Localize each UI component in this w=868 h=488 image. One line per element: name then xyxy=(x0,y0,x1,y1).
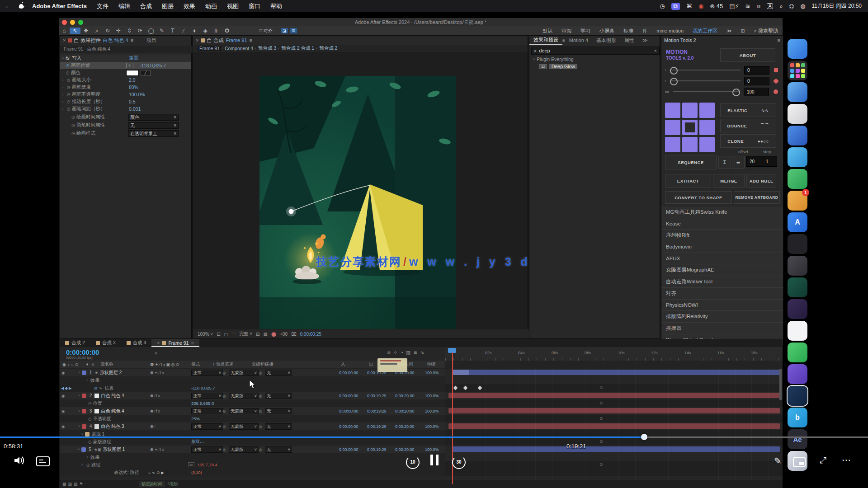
stretch-column[interactable]: 伸缩 xyxy=(427,361,435,367)
purple-app-icon[interactable] xyxy=(788,364,807,384)
roto-brush-tool[interactable]: ⋔ xyxy=(211,28,222,34)
after-effects-app-icon[interactable]: Ae xyxy=(788,429,807,449)
composition-tab[interactable]: × 合成 Frame 91 ≡ xyxy=(193,36,528,45)
in-value[interactable]: 0:00:00:00 xyxy=(339,371,359,375)
merge-button[interactable]: MERGE xyxy=(713,174,745,188)
mode-column[interactable]: 模式 xyxy=(191,361,200,367)
dark-green-app-icon[interactable] xyxy=(788,277,807,297)
grid-mode-button[interactable]: ⊞ xyxy=(290,28,297,33)
anchor-top-left[interactable] xyxy=(665,103,680,118)
clock-status-icon[interactable]: ◷ xyxy=(660,3,665,9)
snap-checkbox[interactable]: □ 对齐 xyxy=(259,28,273,34)
pen-tool[interactable]: ✎ xyxy=(156,28,167,34)
layer-name[interactable]: 白色 纯色 4 xyxy=(101,408,124,414)
timeline-bottom-toggles[interactable]: ▦▧▨⚑ xyxy=(62,482,85,486)
mini-player-icon[interactable] xyxy=(793,457,806,467)
plugin-aeux[interactable]: AEUX xyxy=(661,253,783,265)
layer-bar[interactable] xyxy=(448,408,780,413)
breadcrumb-precomp-3[interactable]: 预合成 3 xyxy=(256,45,278,52)
expression-icons[interactable]: ≡∿⊙▶ xyxy=(148,470,165,475)
reset-effect-link[interactable]: 重置 xyxy=(129,55,138,61)
layer-bar[interactable] xyxy=(448,393,780,398)
parent-dropdown[interactable]: 无˅ xyxy=(265,393,292,399)
dolly-tool[interactable]: ⇕ xyxy=(124,28,135,34)
in-value[interactable]: 0:00:00:00 xyxy=(339,394,359,398)
layer-row-2[interactable]: ◉ ˅ 2 白色 纯色 4 ⚉∕fx 正常˅ ◎ 无蒙版˅ ◎ 无˅ 0:00:… xyxy=(60,392,445,400)
stopwatch-icon[interactable]: ◷ xyxy=(87,440,93,444)
brush-hardness-value[interactable]: 80% xyxy=(129,84,138,90)
qq-app-icon[interactable] xyxy=(788,321,807,341)
trkmat-pickwhip-icon[interactable]: ◎ xyxy=(222,424,226,429)
lock-icon[interactable] xyxy=(207,39,211,42)
player-progress-remaining[interactable] xyxy=(644,436,868,438)
brush-opacity-row[interactable]: ›◷画笔不透明度100.0% xyxy=(60,91,191,98)
keyframe-icon[interactable] xyxy=(478,386,482,390)
window-manager-icon[interactable]: ⧈ xyxy=(757,3,760,10)
blend-mode-dropdown[interactable]: 正常˅ xyxy=(191,446,223,453)
plugin-relativity[interactable]: 排版阵列Relativity xyxy=(661,311,783,323)
crosshair-icon[interactable]: ⊹ xyxy=(126,63,133,68)
layer-name[interactable]: 白色 纯色 4 xyxy=(101,393,124,399)
workspace-default[interactable]: 默认 xyxy=(538,28,557,34)
zoom-tool[interactable]: ⌕ xyxy=(91,28,102,34)
keyframe-icon[interactable] xyxy=(463,386,468,390)
layer-label-color[interactable] xyxy=(82,409,86,413)
expand-chevron-icon[interactable]: › xyxy=(85,455,90,459)
paint-style-dropdown[interactable]: 在透明背景上˅ xyxy=(128,130,179,137)
timeline-view-buttons[interactable]: ⧈✧◔▥≋∿ xyxy=(387,350,427,356)
plugin-swiss-knife[interactable]: MG动画工具箱Swiss Knife xyxy=(661,206,783,218)
workspace-mine-motion[interactable]: mine motion xyxy=(652,28,688,33)
ease-out-slider[interactable] xyxy=(670,80,741,81)
motion-tools-tab[interactable]: Motion Tools 2 ≡ xyxy=(661,36,783,45)
graph-icon[interactable]: ∿ xyxy=(99,386,102,390)
plugin-bodymovin[interactable]: Bodymovin xyxy=(661,241,783,253)
panel-menu-icon[interactable]: ≡ xyxy=(250,38,252,43)
notes-app-icon[interactable]: 1 xyxy=(788,191,807,211)
window-titlebar[interactable]: Adobe After Effects 2024 - /Users/beard/… xyxy=(59,18,783,26)
clone-button[interactable]: CLONE●●○○ xyxy=(720,134,776,148)
parent-link-column[interactable]: 父级和链接 xyxy=(252,361,274,367)
tab-overflow-icon[interactable]: ≫ xyxy=(638,36,652,45)
stroke-length-value[interactable]: 0.5 xyxy=(129,99,136,104)
brush-time-dropdown[interactable]: 无˅ xyxy=(128,122,179,129)
keyframe-icon[interactable] xyxy=(453,386,458,390)
input-method-icon[interactable]: A xyxy=(767,3,774,9)
hand-tool[interactable]: ✥ xyxy=(80,28,91,34)
eye-icon[interactable]: ◉ xyxy=(61,424,65,429)
expand-chevron-icon[interactable]: ˅ xyxy=(80,463,85,467)
trkmat-column[interactable]: T 轨道遮罩 xyxy=(212,361,233,367)
position-value[interactable]: -118.0,825.7 xyxy=(191,385,215,390)
brush-position-value[interactable]: -118.0,825.7 xyxy=(140,63,166,68)
pause-button[interactable] xyxy=(430,455,439,467)
expand-chevron-icon[interactable]: ˅ xyxy=(76,424,82,428)
layer-row-3[interactable]: ◉ ˅ 3 白色 纯色 4 ⚉∕fx 正常˅ ◎ 无蒙版˅ ◎ 无˅ 0:00:… xyxy=(60,407,445,415)
exposure-value[interactable]: +00 xyxy=(280,332,288,337)
region-of-interest-icon[interactable]: ⬚ xyxy=(231,332,236,337)
ease-in-slider[interactable] xyxy=(670,70,741,70)
layer-1-position-track[interactable]: ⊙ xyxy=(445,384,783,392)
timeline-tab-comp-4[interactable]: 合成 4 xyxy=(121,339,152,347)
volume-icon[interactable] xyxy=(14,455,25,465)
app-name-menu[interactable]: Adobe After Effects xyxy=(27,3,92,9)
dark-purple-app-icon[interactable] xyxy=(788,299,807,319)
layer-switches[interactable]: ⚉✦∕fx xyxy=(150,371,165,375)
workspace-learn[interactable]: 学习 xyxy=(576,28,595,34)
out-value[interactable]: 0:00:19:29 xyxy=(367,409,387,413)
workspace-standard[interactable]: 标准 xyxy=(619,28,638,34)
parent-pickwhip-icon[interactable]: ◎ xyxy=(259,409,262,413)
plugin-mographae[interactable]: 克隆图层MographAE xyxy=(661,264,783,276)
layer-label-color[interactable] xyxy=(82,371,86,375)
slider-knob[interactable] xyxy=(670,67,678,75)
brush-hardness-row[interactable]: ›◷画笔硬度80% xyxy=(60,84,191,91)
keyframe-navigator[interactable]: ◀◆▶ xyxy=(61,386,73,390)
expand-chevron-icon[interactable]: ˅ xyxy=(76,409,82,413)
timeline-search-field[interactable]: ⌕ xyxy=(155,350,158,356)
in-value[interactable]: 0:00:00:00 xyxy=(339,409,359,413)
menu-file[interactable]: 文件 xyxy=(92,2,113,10)
siri-icon[interactable]: ◍ xyxy=(800,3,805,9)
layer-5-expression-row[interactable]: 表达式: 路径 ≡∿⊙▶ (6,10) xyxy=(60,469,445,477)
blend-mode-dropdown[interactable]: 正常˅ xyxy=(191,423,223,430)
out-column[interactable]: 出 xyxy=(369,361,373,367)
stretch-value[interactable]: 100.0% xyxy=(425,447,439,452)
panel-menu-icon[interactable]: ≡ xyxy=(191,340,193,346)
